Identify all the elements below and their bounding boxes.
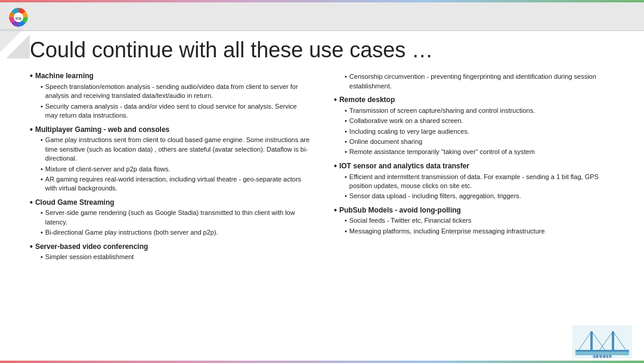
bullet-title: PubSub Models - avoid long-polling <box>334 205 614 216</box>
list-item: Security camera analysis - data and/or v… <box>41 102 310 121</box>
list-item: Mixture of client-server and p2p data fl… <box>41 165 310 174</box>
list-item: Server-based video conferencing Simpler … <box>30 242 310 262</box>
list-item: Censorship circumvention - preventing fi… <box>334 72 614 91</box>
list-item: Online document sharing <box>345 137 614 146</box>
bullet-title: Multiplayer Gaming - web and consoles <box>30 125 310 135</box>
slide-title: Could continue with all these use cases … <box>30 37 614 63</box>
list-item: Remote assistance temporarily "taking ov… <box>345 147 614 156</box>
left-column: Machine learning Speech translation/emot… <box>30 71 310 266</box>
list-item: PubSub Models - avoid long-polling Socia… <box>334 205 614 236</box>
list-item: Messaging platforms, including Enterpris… <box>345 227 614 236</box>
columns: Machine learning Speech translation/emot… <box>30 71 614 266</box>
list-item: Censorship circumvention - preventing fi… <box>345 72 614 91</box>
list-item: Cloud Game Streaming Server-side game re… <box>30 198 310 238</box>
sub-bullets: Efficient and intermittent transmission … <box>345 173 614 201</box>
svg-rect-7 <box>612 331 614 352</box>
right-column: Censorship circumvention - preventing fi… <box>334 71 614 266</box>
sub-bullets: Transmission of screen capture/sharing a… <box>345 106 614 157</box>
svg-rect-12 <box>575 350 629 352</box>
sub-bullets: Game play instructions sent from client … <box>41 136 310 193</box>
svg-text:连接·智·新世界: 连接·智·新世界 <box>593 355 613 358</box>
logo: ICE <box>7 6 29 27</box>
svg-rect-6 <box>590 331 593 352</box>
list-item: IOT sensor and analytics data transfer E… <box>334 161 614 201</box>
top-bar: ICE <box>0 2 644 31</box>
bottom-accent-bar <box>0 361 644 363</box>
list-item: Speech translation/emotion analysis - se… <box>41 82 310 101</box>
list-item: Remote desktop Transmission of screen ca… <box>334 95 614 157</box>
sub-bullets: Speech translation/emotion analysis - se… <box>41 82 310 121</box>
list-item: Simpler session establishment <box>41 253 310 262</box>
sub-bullets: Simpler session establishment <box>41 253 310 262</box>
bottom-watermark: 连接·智·新世界 <box>572 325 632 358</box>
bullet-title: Machine learning <box>30 71 310 81</box>
list-item: Collaborative work on a shared screen. <box>345 116 614 125</box>
slide: ICE Could continue with all these use ca… <box>0 0 644 363</box>
list-item: Including scaling to very large audience… <box>345 127 614 136</box>
list-item: Game play instructions sent from client … <box>41 136 310 163</box>
watermark-graphic: 连接·智·新世界 <box>572 325 632 358</box>
bullet-title: Cloud Game Streaming <box>30 198 310 208</box>
list-item: Multiplayer Gaming - web and consoles Ga… <box>30 125 310 193</box>
bullet-title: Server-based video conferencing <box>30 242 310 252</box>
sub-bullets: Social feeds - Twitter etc, Financial ti… <box>345 216 614 236</box>
svg-text:ICE: ICE <box>16 17 21 20</box>
main-content: Could continue with all these use cases … <box>0 31 644 363</box>
list-item: Bi-directional Game play instructions (b… <box>41 228 310 237</box>
sub-bullets: Server-side game rendering (such as Goog… <box>41 208 310 237</box>
list-item: Transmission of screen capture/sharing a… <box>345 106 614 115</box>
sub-bullets: Censorship circumvention - preventing fi… <box>345 72 614 91</box>
list-item: Sensor data upload - including filters, … <box>345 192 614 201</box>
list-item: Server-side game rendering (such as Goog… <box>41 208 310 227</box>
list-item: Social feeds - Twitter etc, Financial ti… <box>345 216 614 225</box>
list-item: Efficient and intermittent transmission … <box>345 173 614 191</box>
list-item: Machine learning Speech translation/emot… <box>30 71 310 120</box>
bullet-title: Remote desktop <box>334 95 614 105</box>
list-item: AR gaming requires real-world interactio… <box>41 175 310 193</box>
bullet-title: IOT sensor and analytics data transfer <box>334 161 614 171</box>
